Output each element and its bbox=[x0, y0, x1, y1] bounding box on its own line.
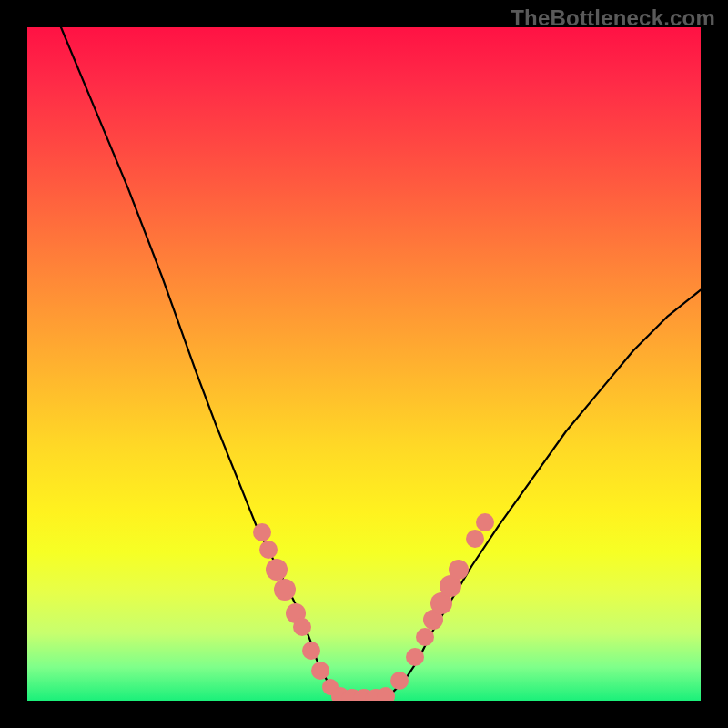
data-marker bbox=[377, 687, 395, 701]
data-marker bbox=[293, 618, 311, 636]
data-marker bbox=[302, 642, 320, 660]
attribution-text: TheBottleneck.com bbox=[511, 5, 715, 31]
data-marker bbox=[311, 662, 329, 680]
data-marker bbox=[266, 559, 288, 581]
data-marker bbox=[390, 672, 409, 690]
data-marker bbox=[476, 513, 494, 531]
data-marker bbox=[416, 628, 434, 646]
marker-layer bbox=[27, 27, 701, 701]
chart-frame: TheBottleneck.com bbox=[0, 0, 728, 728]
plot-area bbox=[27, 27, 701, 701]
data-marker bbox=[449, 560, 469, 580]
data-marker bbox=[253, 523, 271, 541]
data-marker bbox=[274, 579, 296, 601]
data-marker bbox=[466, 530, 484, 548]
data-marker bbox=[259, 541, 278, 559]
data-marker bbox=[406, 648, 424, 666]
